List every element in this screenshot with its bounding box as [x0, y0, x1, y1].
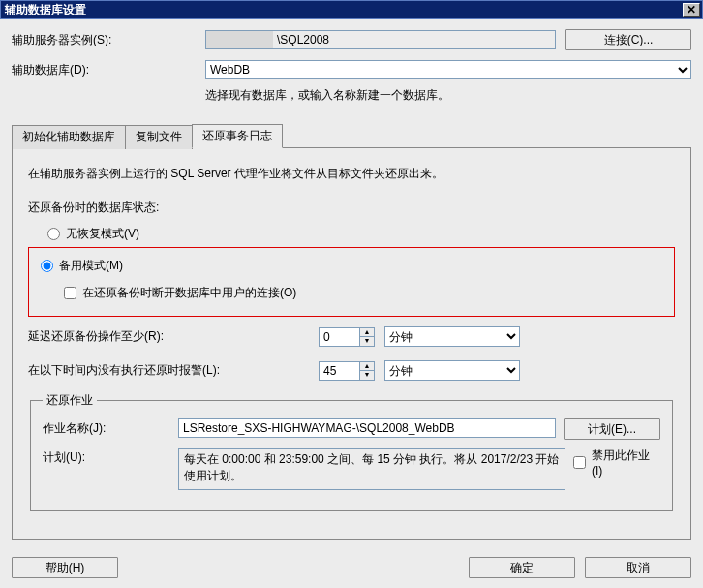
- tab-restore[interactable]: 还原事务日志: [192, 124, 283, 148]
- alert-spinner[interactable]: ▲ ▼: [319, 361, 377, 381]
- alert-value-input[interactable]: [319, 361, 359, 381]
- delay-unit-select[interactable]: 分钟: [384, 326, 520, 347]
- server-instance-label: 辅助服务器实例(S):: [12, 32, 205, 48]
- server-instance-field: [205, 30, 556, 49]
- check-disconnect-label: 在还原备份时断开数据库中用户的连接(O): [82, 285, 296, 301]
- check-disconnect-input[interactable]: [64, 287, 76, 299]
- ok-button[interactable]: 确定: [469, 557, 575, 578]
- radio-no-recovery[interactable]: 无恢复模式(V): [47, 226, 139, 242]
- radio-no-recovery-label: 无恢复模式(V): [66, 226, 139, 242]
- secondary-db-select[interactable]: WebDB: [205, 60, 691, 79]
- delay-up-icon[interactable]: ▲: [359, 327, 375, 337]
- tab-panel-restore: 在辅助服务器实例上运行的 SQL Server 代理作业将文件从目标文件夹还原出…: [12, 148, 691, 540]
- dialog-footer: 帮助(H) 确定 取消: [12, 557, 691, 578]
- restore-job-group: 还原作业 作业名称(J): 计划(E)... 计划(U): 每天在 0:00:0…: [30, 392, 673, 511]
- job-name-input[interactable]: [178, 418, 556, 438]
- check-disconnect[interactable]: 在还原备份时断开数据库中用户的连接(O): [64, 285, 296, 301]
- close-icon[interactable]: ✕: [683, 3, 700, 17]
- db-hint-text: 选择现有数据库，或输入名称新建一个数据库。: [205, 87, 691, 104]
- tab-init[interactable]: 初始化辅助数据库: [12, 125, 126, 149]
- radio-standby-label: 备用模式(M): [59, 258, 123, 274]
- cancel-button[interactable]: 取消: [585, 557, 691, 578]
- alert-threshold-label: 在以下时间内没有执行还原时报警(L):: [28, 362, 319, 379]
- tab-strip: 初始化辅助数据库 复制文件 还原事务日志: [12, 123, 691, 148]
- connect-button[interactable]: 连接(C)...: [565, 29, 691, 50]
- tab-copy[interactable]: 复制文件: [125, 125, 193, 149]
- titlebar: 辅助数据库设置 ✕: [0, 0, 703, 19]
- secondary-db-label: 辅助数据库(D):: [12, 62, 205, 78]
- help-button[interactable]: 帮助(H): [12, 557, 118, 578]
- window-title: 辅助数据库设置: [5, 2, 683, 18]
- db-state-label: 还原备份时的数据库状态:: [28, 200, 675, 216]
- alert-down-icon[interactable]: ▼: [359, 370, 375, 381]
- dialog-content: 辅助服务器实例(S): 连接(C)... 辅助数据库(D): WebDB 选择现…: [0, 19, 703, 588]
- alert-unit-select[interactable]: 分钟: [384, 360, 520, 381]
- server-instance-input[interactable]: [273, 30, 556, 49]
- radio-standby-input[interactable]: [41, 260, 53, 272]
- restore-job-legend: 还原作业: [43, 392, 97, 409]
- schedule-description: 每天在 0:00:00 和 23:59:00 之间、每 15 分钟 执行。将从 …: [178, 448, 565, 490]
- server-prefix-blur: [205, 30, 273, 49]
- schedule-button[interactable]: 计划(E)...: [564, 418, 660, 440]
- radio-standby[interactable]: 备用模式(M): [41, 258, 123, 274]
- job-name-label: 作业名称(J):: [43, 418, 178, 437]
- delay-value-input[interactable]: [319, 327, 359, 347]
- delay-restore-label: 延迟还原备份操作至少(R):: [28, 328, 319, 345]
- radio-no-recovery-input[interactable]: [47, 228, 60, 240]
- restore-info-text: 在辅助服务器实例上运行的 SQL Server 代理作业将文件从目标文件夹还原出…: [28, 166, 675, 182]
- delay-down-icon[interactable]: ▼: [359, 336, 375, 347]
- disable-job-check[interactable]: 禁用此作业(I): [573, 448, 660, 478]
- disable-job-input[interactable]: [573, 456, 586, 469]
- schedule-label: 计划(U):: [43, 448, 178, 466]
- delay-spinner[interactable]: ▲ ▼: [319, 327, 377, 347]
- disable-job-label: 禁用此作业(I): [592, 448, 660, 478]
- alert-up-icon[interactable]: ▲: [359, 361, 375, 371]
- standby-highlight-box: 备用模式(M) 在还原备份时断开数据库中用户的连接(O): [28, 247, 675, 317]
